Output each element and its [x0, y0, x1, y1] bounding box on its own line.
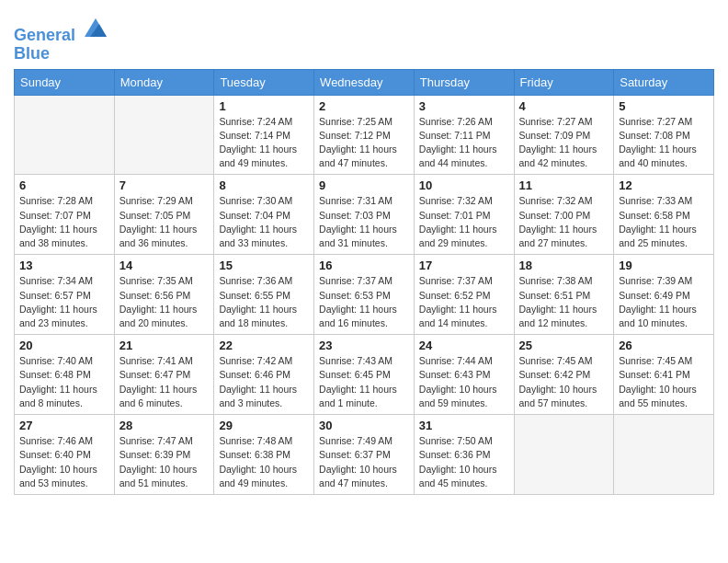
- day-info: Sunrise: 7:27 AM Sunset: 7:09 PM Dayligh…: [519, 115, 609, 171]
- day-info: Sunrise: 7:29 AM Sunset: 7:05 PM Dayligh…: [119, 194, 210, 250]
- day-info: Sunrise: 7:26 AM Sunset: 7:11 PM Dayligh…: [419, 115, 509, 171]
- calendar-header-sunday: Sunday: [15, 69, 115, 95]
- day-number: 8: [219, 178, 309, 192]
- calendar-cell: 7Sunrise: 7:29 AM Sunset: 7:05 PM Daylig…: [114, 175, 214, 255]
- calendar-cell: 28Sunrise: 7:47 AM Sunset: 6:39 PM Dayli…: [114, 415, 214, 495]
- calendar-cell: 20Sunrise: 7:40 AM Sunset: 6:48 PM Dayli…: [15, 335, 115, 415]
- day-number: 31: [419, 419, 509, 432]
- calendar-header-tuesday: Tuesday: [214, 69, 314, 95]
- calendar-cell: 18Sunrise: 7:38 AM Sunset: 6:51 PM Dayli…: [514, 255, 614, 335]
- calendar-header-wednesday: Wednesday: [314, 69, 415, 95]
- day-info: Sunrise: 7:39 AM Sunset: 6:49 PM Dayligh…: [619, 274, 709, 330]
- day-info: Sunrise: 7:50 AM Sunset: 6:36 PM Dayligh…: [419, 434, 509, 490]
- day-info: Sunrise: 7:30 AM Sunset: 7:04 PM Dayligh…: [219, 194, 309, 250]
- calendar-week-row: 1Sunrise: 7:24 AM Sunset: 7:14 PM Daylig…: [15, 95, 714, 175]
- calendar-cell: 14Sunrise: 7:35 AM Sunset: 6:56 PM Dayli…: [114, 255, 214, 335]
- day-info: Sunrise: 7:46 AM Sunset: 6:40 PM Dayligh…: [19, 434, 109, 490]
- logo-icon: [83, 15, 108, 40]
- day-number: 28: [119, 419, 210, 432]
- day-number: 20: [19, 339, 109, 352]
- calendar-cell: 10Sunrise: 7:32 AM Sunset: 7:01 PM Dayli…: [414, 175, 514, 255]
- day-info: Sunrise: 7:48 AM Sunset: 6:38 PM Dayligh…: [219, 434, 309, 490]
- calendar-cell: [114, 95, 214, 175]
- calendar-table: SundayMondayTuesdayWednesdayThursdayFrid…: [14, 69, 714, 495]
- day-info: Sunrise: 7:38 AM Sunset: 6:51 PM Dayligh…: [519, 274, 609, 330]
- day-info: Sunrise: 7:28 AM Sunset: 7:07 PM Dayligh…: [19, 194, 109, 250]
- day-number: 21: [119, 339, 210, 352]
- day-info: Sunrise: 7:40 AM Sunset: 6:48 PM Dayligh…: [19, 354, 109, 410]
- calendar-cell: 30Sunrise: 7:49 AM Sunset: 6:37 PM Dayli…: [314, 415, 415, 495]
- calendar-cell: 8Sunrise: 7:30 AM Sunset: 7:04 PM Daylig…: [214, 175, 314, 255]
- day-number: 18: [519, 259, 609, 272]
- day-number: 17: [419, 259, 509, 272]
- calendar-week-row: 20Sunrise: 7:40 AM Sunset: 6:48 PM Dayli…: [15, 335, 714, 415]
- day-number: 29: [219, 419, 309, 432]
- calendar-cell: 9Sunrise: 7:31 AM Sunset: 7:03 PM Daylig…: [314, 175, 415, 255]
- calendar-cell: 29Sunrise: 7:48 AM Sunset: 6:38 PM Dayli…: [214, 415, 314, 495]
- day-number: 5: [619, 99, 709, 113]
- day-number: 14: [119, 259, 210, 272]
- day-number: 11: [519, 178, 609, 192]
- calendar-header-monday: Monday: [114, 69, 214, 95]
- calendar-cell: 27Sunrise: 7:46 AM Sunset: 6:40 PM Dayli…: [15, 415, 115, 495]
- day-number: 30: [319, 419, 409, 432]
- logo: General Blue: [14, 15, 108, 63]
- logo-text: General: [14, 15, 108, 45]
- day-info: Sunrise: 7:44 AM Sunset: 6:43 PM Dayligh…: [419, 354, 509, 410]
- day-info: Sunrise: 7:41 AM Sunset: 6:47 PM Dayligh…: [119, 354, 210, 410]
- calendar-cell: 23Sunrise: 7:43 AM Sunset: 6:45 PM Dayli…: [314, 335, 415, 415]
- calendar-cell: 26Sunrise: 7:45 AM Sunset: 6:41 PM Dayli…: [614, 335, 714, 415]
- day-info: Sunrise: 7:34 AM Sunset: 6:57 PM Dayligh…: [19, 274, 109, 330]
- calendar-cell: 5Sunrise: 7:27 AM Sunset: 7:08 PM Daylig…: [614, 95, 714, 175]
- calendar-week-row: 27Sunrise: 7:46 AM Sunset: 6:40 PM Dayli…: [15, 415, 714, 495]
- calendar-cell: 22Sunrise: 7:42 AM Sunset: 6:46 PM Dayli…: [214, 335, 314, 415]
- day-number: 13: [19, 259, 109, 272]
- day-info: Sunrise: 7:43 AM Sunset: 6:45 PM Dayligh…: [319, 354, 409, 410]
- day-number: 7: [119, 178, 210, 192]
- day-info: Sunrise: 7:32 AM Sunset: 7:00 PM Dayligh…: [519, 194, 609, 250]
- day-info: Sunrise: 7:37 AM Sunset: 6:52 PM Dayligh…: [419, 274, 509, 330]
- day-number: 27: [19, 419, 109, 432]
- day-number: 4: [519, 99, 609, 113]
- calendar-cell: 15Sunrise: 7:36 AM Sunset: 6:55 PM Dayli…: [214, 255, 314, 335]
- calendar-cell: 17Sunrise: 7:37 AM Sunset: 6:52 PM Dayli…: [414, 255, 514, 335]
- calendar-cell: 25Sunrise: 7:45 AM Sunset: 6:42 PM Dayli…: [514, 335, 614, 415]
- calendar-cell: 2Sunrise: 7:25 AM Sunset: 7:12 PM Daylig…: [314, 95, 415, 175]
- page-header: General Blue: [14, 9, 714, 63]
- day-info: Sunrise: 7:33 AM Sunset: 6:58 PM Dayligh…: [619, 194, 709, 250]
- calendar-cell: [15, 95, 115, 175]
- calendar-cell: 24Sunrise: 7:44 AM Sunset: 6:43 PM Dayli…: [414, 335, 514, 415]
- calendar-cell: 19Sunrise: 7:39 AM Sunset: 6:49 PM Dayli…: [614, 255, 714, 335]
- day-number: 10: [419, 178, 509, 192]
- calendar-cell: 1Sunrise: 7:24 AM Sunset: 7:14 PM Daylig…: [214, 95, 314, 175]
- calendar-cell: [614, 415, 714, 495]
- calendar-cell: 3Sunrise: 7:26 AM Sunset: 7:11 PM Daylig…: [414, 95, 514, 175]
- calendar-cell: 12Sunrise: 7:33 AM Sunset: 6:58 PM Dayli…: [614, 175, 714, 255]
- day-info: Sunrise: 7:45 AM Sunset: 6:41 PM Dayligh…: [619, 354, 709, 410]
- day-info: Sunrise: 7:35 AM Sunset: 6:56 PM Dayligh…: [119, 274, 210, 330]
- day-info: Sunrise: 7:31 AM Sunset: 7:03 PM Dayligh…: [319, 194, 409, 250]
- day-number: 23: [319, 339, 409, 352]
- day-info: Sunrise: 7:36 AM Sunset: 6:55 PM Dayligh…: [219, 274, 309, 330]
- calendar-cell: 21Sunrise: 7:41 AM Sunset: 6:47 PM Dayli…: [114, 335, 214, 415]
- day-number: 24: [419, 339, 509, 352]
- day-number: 16: [319, 259, 409, 272]
- calendar-header-row: SundayMondayTuesdayWednesdayThursdayFrid…: [15, 69, 714, 95]
- calendar-cell: [514, 415, 614, 495]
- day-number: 3: [419, 99, 509, 113]
- day-number: 1: [219, 99, 309, 113]
- calendar-week-row: 6Sunrise: 7:28 AM Sunset: 7:07 PM Daylig…: [15, 175, 714, 255]
- day-info: Sunrise: 7:32 AM Sunset: 7:01 PM Dayligh…: [419, 194, 509, 250]
- day-info: Sunrise: 7:27 AM Sunset: 7:08 PM Dayligh…: [619, 115, 709, 171]
- logo-blue-text: Blue: [14, 45, 108, 63]
- day-number: 9: [319, 178, 409, 192]
- calendar-cell: 11Sunrise: 7:32 AM Sunset: 7:00 PM Dayli…: [514, 175, 614, 255]
- day-number: 2: [319, 99, 409, 113]
- day-info: Sunrise: 7:25 AM Sunset: 7:12 PM Dayligh…: [319, 115, 409, 171]
- calendar-header-thursday: Thursday: [414, 69, 514, 95]
- day-info: Sunrise: 7:37 AM Sunset: 6:53 PM Dayligh…: [319, 274, 409, 330]
- calendar-cell: 13Sunrise: 7:34 AM Sunset: 6:57 PM Dayli…: [15, 255, 115, 335]
- day-number: 6: [19, 178, 109, 192]
- calendar-header-saturday: Saturday: [614, 69, 714, 95]
- day-info: Sunrise: 7:42 AM Sunset: 6:46 PM Dayligh…: [219, 354, 309, 410]
